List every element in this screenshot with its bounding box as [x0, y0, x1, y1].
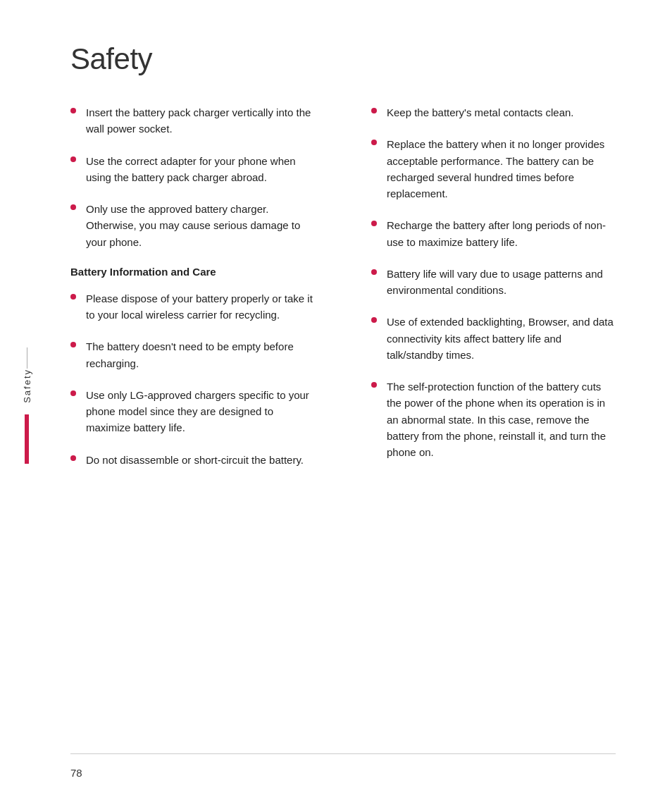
- bullet-text: Keep the battery's metal contacts clean.: [387, 104, 616, 121]
- sidebar-accent-bar: [25, 414, 29, 464]
- list-item: Only use the approved battery charger. O…: [70, 201, 315, 250]
- bullet-dot: [371, 269, 377, 275]
- bullet-dot: [70, 390, 76, 396]
- bullet-dot: [371, 317, 377, 323]
- bullet-text: The battery doesn't need to be empty bef…: [86, 338, 315, 371]
- section-bullet-list: Please dispose of your battery properly …: [70, 290, 315, 468]
- list-item: Insert the battery pack charger vertical…: [70, 104, 315, 137]
- bullet-text: The self-protection function of the batt…: [387, 378, 616, 460]
- list-item: Replace the battery when it no longer pr…: [371, 136, 616, 202]
- bullet-dot: [70, 294, 76, 300]
- list-item: The battery doesn't need to be empty bef…: [70, 338, 315, 371]
- list-item: Use the correct adapter for your phone w…: [70, 153, 315, 186]
- sidebar: Safety: [13, 0, 41, 807]
- bullet-text: Battery life will vary due to usage patt…: [387, 266, 616, 299]
- list-item: Recharge the battery after long periods …: [371, 217, 616, 250]
- bullet-text: Use the correct adapter for your phone w…: [86, 153, 315, 186]
- bottom-divider: [70, 753, 616, 754]
- bullet-dot: [70, 108, 76, 113]
- bullet-dot: [70, 156, 76, 162]
- bullet-text: Please dispose of your battery properly …: [86, 290, 315, 324]
- right-bullet-list: Keep the battery's metal contacts clean.…: [371, 104, 616, 460]
- page-title: Safety: [70, 42, 616, 76]
- top-bullet-list: Insert the battery pack charger vertical…: [70, 104, 315, 250]
- sidebar-label: Safety: [22, 369, 32, 403]
- bullet-text: Only use the approved battery charger. O…: [86, 201, 315, 250]
- bullet-text: Recharge the battery after long periods …: [387, 217, 616, 250]
- list-item: Battery life will vary due to usage patt…: [371, 266, 616, 299]
- sidebar-divider-top: [27, 347, 27, 369]
- left-column: Insert the battery pack charger vertical…: [70, 104, 329, 483]
- bullet-dot: [371, 382, 377, 388]
- bullet-dot: [371, 140, 377, 145]
- bullet-text: Replace the battery when it no longer pr…: [387, 136, 616, 202]
- bullet-text: Do not disassemble or short-circuit the …: [86, 452, 315, 468]
- page-number: 78: [70, 767, 82, 779]
- bullet-dot: [70, 455, 76, 461]
- right-column: Keep the battery's metal contacts clean.…: [357, 104, 616, 483]
- list-item: Use only LG-approved chargers specific t…: [70, 387, 315, 436]
- bullet-dot: [70, 204, 76, 210]
- list-item: The self-protection function of the batt…: [371, 378, 616, 460]
- content-area: Insert the battery pack charger vertical…: [70, 104, 616, 483]
- list-item: Use of extended backlighting, Browser, a…: [371, 314, 616, 363]
- bullet-dot: [371, 108, 377, 113]
- bullet-dot: [70, 342, 76, 347]
- bullet-text: Use of extended backlighting, Browser, a…: [387, 314, 616, 363]
- section-heading: Battery Information and Care: [70, 266, 315, 278]
- bullet-text: Insert the battery pack charger vertical…: [86, 104, 315, 137]
- list-item: Keep the battery's metal contacts clean.: [371, 104, 616, 121]
- bullet-dot: [371, 221, 377, 226]
- bullet-text: Use only LG-approved chargers specific t…: [86, 387, 315, 436]
- list-item: Please dispose of your battery properly …: [70, 290, 315, 324]
- list-item: Do not disassemble or short-circuit the …: [70, 452, 315, 468]
- page: Safety Safety Insert the battery pack ch…: [0, 0, 672, 807]
